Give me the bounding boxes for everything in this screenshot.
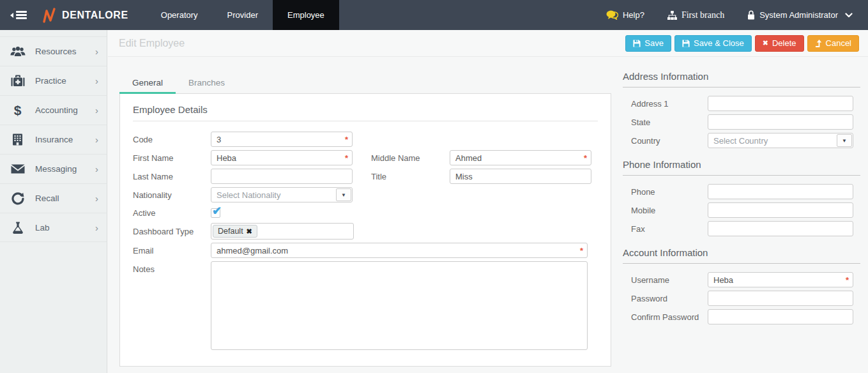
country-placeholder: Select Country [708,133,836,148]
sidebar-item-accounting[interactable]: $ Accounting › [0,95,107,125]
dashboard-type-label: Dashboard Type [133,227,211,236]
phone-label: Phone [623,187,708,197]
delete-button[interactable]: ✖ Delete [755,35,804,52]
form-row-active: Active ✔ [133,206,598,220]
country-select[interactable]: Select Country ▼ [708,133,853,148]
dollar-icon: $ [0,103,35,118]
section-title-phone: Phone Information [623,159,860,176]
help-chat-icon [606,10,618,20]
dashboard-type-input[interactable]: Default ✖ [211,223,354,240]
form-row-fax: Fax [623,221,860,236]
sidebar-item-label: Messaging [35,164,95,174]
main-area: General Branches Employee Details Code *… [108,57,868,373]
sidebar-item-resources[interactable]: Resources › [0,36,107,66]
password-input[interactable] [708,291,853,306]
navbar-right: Help? First branch System Administrator [606,0,868,30]
sidebar-item-insurance[interactable]: Insurance › [0,125,107,154]
caret-down-icon: ▼ [837,134,852,147]
middle-name-input[interactable] [450,150,591,165]
form-row-dashboard-type: Dashboard Type Default ✖ [133,223,598,240]
sidebar-item-label: Insurance [35,135,95,144]
form-row-mobile: Mobile [623,202,860,218]
content-area: Edit Employee Save Save & Close ✖ [108,30,868,373]
email-label: Email [133,246,211,255]
users-icon [0,46,35,57]
chevron-right-icon: › [95,135,98,144]
help-label: Help? [623,10,644,20]
nationality-select[interactable]: Select Nationality ▼ [211,187,353,202]
menu-item-employee[interactable]: Employee [273,0,339,30]
chevron-right-icon: › [95,76,98,86]
dashboard-type-chip: Default ✖ [213,225,257,238]
last-name-input[interactable] [211,169,353,184]
chevron-right-icon: › [95,105,98,115]
menu-item-operatory[interactable]: Operatory [146,0,213,30]
menu-item-provider[interactable]: Provider [213,0,273,30]
email-input[interactable] [211,243,588,258]
username-label: Username [623,275,708,285]
fax-label: Fax [623,224,708,234]
state-label: State [623,118,708,127]
chevron-right-icon: › [95,47,98,56]
sidebar-item-label: Accounting [35,105,95,115]
tab-general[interactable]: General [119,72,176,94]
phone-input[interactable] [708,184,853,199]
sidebar-item-lab[interactable]: Lab › [0,213,107,242]
cancel-button[interactable]: Cancel [807,35,859,52]
floppy-icon [682,40,690,47]
page-title: Edit Employee [119,38,185,49]
sidebar: Resources › Practice › $ Accounting › [0,30,107,373]
title-input[interactable] [450,169,591,184]
employee-details-panel: Employee Details Code * First Name * Mid… [119,93,611,367]
fax-input[interactable] [708,221,853,236]
sidebar-item-practice[interactable]: Practice › [0,66,107,95]
section-title-account: Account Information [623,247,860,264]
brand-logo[interactable]: DENTALORE [37,0,146,30]
save-button[interactable]: Save [625,35,671,52]
code-label: Code [133,135,211,144]
first-name-input[interactable] [211,150,353,165]
form-row-address1: Address 1 [623,96,860,111]
sitemap-icon [667,11,677,20]
user-menu[interactable]: System Administrator [747,10,853,20]
notes-textarea[interactable] [211,261,588,350]
form-row-state: State [623,114,860,130]
mobile-input[interactable] [708,202,853,218]
form-row-password: Password [623,291,860,306]
confirm-password-label: Confirm Password [623,312,708,322]
brand-name: DENTALORE [62,10,128,21]
active-label: Active [133,208,211,218]
state-input[interactable] [708,114,853,130]
top-navbar: DENTALORE Operatory Provider Employee He… [0,0,868,30]
floppy-icon [633,40,641,47]
last-name-label: Last Name [133,172,211,181]
active-checkbox[interactable]: ✔ [211,208,220,218]
nationality-placeholder: Select Nationality [211,188,335,202]
address1-input[interactable] [708,96,853,111]
chevron-right-icon: › [95,223,98,232]
confirm-password-input[interactable] [708,309,853,324]
code-input[interactable] [211,132,353,147]
section-title-address: Address Information [623,71,860,88]
user-name: System Administrator [759,10,838,20]
chevron-down-icon [845,13,853,18]
sidebar-item-messaging[interactable]: Messaging › [0,154,107,183]
password-label: Password [623,294,708,303]
sidebar-item-recall[interactable]: Recall › [0,183,107,213]
collapse-arrow-icon [10,13,13,18]
username-input[interactable] [708,272,853,287]
branch-selector[interactable]: First branch [667,10,724,20]
form-tabs: General Branches [119,72,611,94]
medkit-icon [0,75,35,87]
chip-remove-icon[interactable]: ✖ [247,228,252,235]
address-information-section: Address Information Address 1 State Coun… [623,71,860,148]
save-close-button[interactable]: Save & Close [674,35,752,52]
address1-label: Address 1 [623,99,708,109]
sidebar-toggle-button[interactable] [0,0,37,30]
help-link[interactable]: Help? [606,10,644,20]
mobile-label: Mobile [623,206,708,215]
middle-name-label: Middle Name [371,153,450,163]
form-row-first-name: First Name * Middle Name * [133,150,598,165]
tab-branches[interactable]: Branches [176,72,238,94]
caret-down-icon: ▼ [336,188,351,201]
